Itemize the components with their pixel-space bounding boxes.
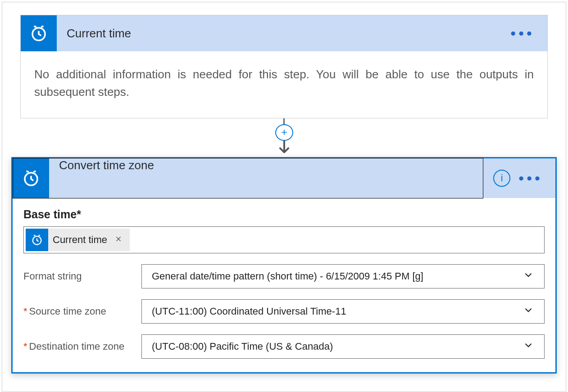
- step-convert-time-zone: Convert time zone i ••• Base time*: [11, 157, 557, 374]
- select-value: General date/time pattern (short time) -…: [152, 270, 423, 282]
- select-value: (UTC-11:00) Coordinated Universal Time-1…: [152, 306, 346, 317]
- arrow-down-icon: [277, 140, 291, 157]
- field-base-time: Base time* Current time: [23, 208, 545, 253]
- clock-icon: [26, 229, 48, 251]
- field-destination-timezone: *Destination time zone (UTC-08:00) Pacif…: [23, 334, 545, 359]
- step-convert-body: Base time* Current time: [13, 198, 555, 372]
- destination-timezone-select[interactable]: (UTC-08:00) Pacific Time (US & Canada): [141, 334, 545, 359]
- chevron-down-icon: [523, 304, 534, 319]
- required-indicator: *: [77, 208, 81, 221]
- required-indicator: *: [23, 306, 27, 317]
- token-label: Current time: [53, 234, 107, 246]
- step-connector: [11, 118, 557, 157]
- more-menu-button[interactable]: •••: [518, 171, 555, 186]
- more-menu-button[interactable]: •••: [510, 26, 547, 41]
- field-source-timezone: *Source time zone (UTC-11:00) Coordinate…: [23, 299, 545, 324]
- token-current-time: Current time: [26, 229, 130, 251]
- select-value: (UTC-08:00) Pacific Time (US & Canada): [152, 341, 333, 352]
- destination-timezone-label: *Destination time zone: [23, 341, 141, 352]
- step-current-time-header[interactable]: Current time •••: [21, 15, 547, 51]
- step-convert-header-main[interactable]: Convert time zone: [13, 158, 483, 198]
- step-description: No additional information is needed for …: [21, 51, 547, 118]
- format-string-select[interactable]: General date/time pattern (short time) -…: [141, 264, 545, 288]
- workflow-canvas: Current time ••• No additional informati…: [2, 2, 566, 392]
- clock-icon: [13, 158, 49, 198]
- step-title: Current time: [57, 27, 510, 41]
- label-text: Destination time zone: [29, 341, 125, 352]
- clock-icon: [21, 15, 57, 51]
- step-current-time: Current time ••• No additional informati…: [20, 15, 548, 118]
- field-format-string: Format string General date/time pattern …: [23, 264, 545, 288]
- source-timezone-label: *Source time zone: [23, 306, 141, 317]
- format-string-label: Format string: [23, 270, 141, 282]
- step-convert-header: Convert time zone i •••: [13, 158, 555, 198]
- label-text: Source time zone: [29, 306, 106, 317]
- info-icon[interactable]: i: [493, 170, 510, 187]
- remove-token-button[interactable]: [112, 234, 125, 246]
- chevron-down-icon: [523, 269, 534, 284]
- add-step-button[interactable]: [275, 124, 293, 141]
- step-title: Convert time zone: [49, 158, 483, 198]
- chevron-down-icon: [523, 339, 534, 354]
- base-time-label: Base time: [23, 208, 77, 221]
- base-time-input[interactable]: Current time: [23, 226, 545, 253]
- source-timezone-select[interactable]: (UTC-11:00) Coordinated Universal Time-1…: [141, 299, 545, 324]
- required-indicator: *: [23, 341, 27, 352]
